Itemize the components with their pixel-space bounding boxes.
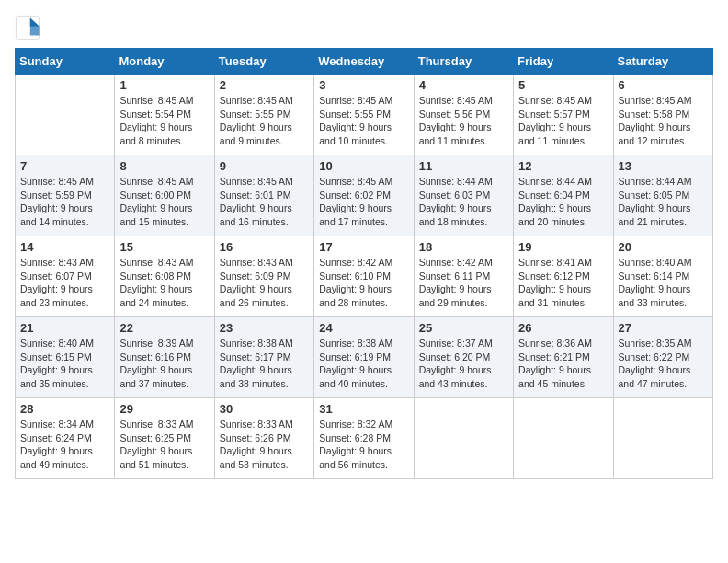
cell-line: and 14 minutes. xyxy=(20,215,109,229)
day-header-tuesday: Tuesday xyxy=(214,49,313,75)
calendar-cell: 25Sunrise: 8:37 AMSunset: 6:20 PMDayligh… xyxy=(414,317,513,398)
header-row: SundayMondayTuesdayWednesdayThursdayFrid… xyxy=(16,49,713,75)
calendar-cell: 16Sunrise: 8:43 AMSunset: 6:09 PMDayligh… xyxy=(214,236,313,317)
cell-line: Sunrise: 8:33 AM xyxy=(119,418,209,431)
cell-line: Daylight: 9 hours xyxy=(319,201,408,215)
cell-line: and 8 minutes. xyxy=(119,134,209,148)
day-number: 9 xyxy=(220,159,309,173)
calendar-cell: 24Sunrise: 8:38 AMSunset: 6:19 PMDayligh… xyxy=(314,317,414,398)
day-number: 16 xyxy=(220,240,309,254)
cell-line: Daylight: 9 hours xyxy=(419,282,508,296)
cell-line: Sunset: 6:24 PM xyxy=(20,431,109,445)
week-row-2: 14Sunrise: 8:43 AMSunset: 6:07 PMDayligh… xyxy=(16,236,713,317)
cell-line: and 17 minutes. xyxy=(319,215,408,229)
calendar-table: SundayMondayTuesdayWednesdayThursdayFrid… xyxy=(15,48,713,479)
cell-line: Sunrise: 8:45 AM xyxy=(619,94,708,108)
day-header-saturday: Saturday xyxy=(613,49,712,75)
cell-line: Daylight: 9 hours xyxy=(220,121,309,134)
cell-line: Daylight: 9 hours xyxy=(119,201,209,215)
cell-line: and 12 minutes. xyxy=(619,134,708,148)
cell-line: and 21 minutes. xyxy=(619,215,708,229)
calendar-cell: 2Sunrise: 8:45 AMSunset: 5:55 PMDaylight… xyxy=(214,75,313,155)
calendar-cell xyxy=(613,398,712,479)
cell-line: Daylight: 9 hours xyxy=(319,282,408,296)
cell-line: Sunrise: 8:39 AM xyxy=(119,337,209,350)
day-header-monday: Monday xyxy=(115,49,214,75)
cell-line: Sunrise: 8:33 AM xyxy=(220,418,309,431)
cell-line: and 40 minutes. xyxy=(319,377,408,391)
day-number: 22 xyxy=(119,321,209,335)
cell-line: Daylight: 9 hours xyxy=(419,121,508,134)
cell-line: Sunrise: 8:44 AM xyxy=(518,175,608,189)
day-header-thursday: Thursday xyxy=(414,49,513,75)
cell-line: Sunrise: 8:38 AM xyxy=(319,337,408,350)
cell-line: Sunrise: 8:44 AM xyxy=(419,175,508,189)
cell-line: Sunset: 6:11 PM xyxy=(419,270,508,283)
cell-line: Daylight: 9 hours xyxy=(619,201,708,215)
calendar-cell: 22Sunrise: 8:39 AMSunset: 6:16 PMDayligh… xyxy=(115,317,214,398)
cell-line: Sunrise: 8:45 AM xyxy=(119,94,209,108)
calendar-cell: 4Sunrise: 8:45 AMSunset: 5:56 PMDaylight… xyxy=(414,75,513,155)
cell-line: Sunset: 5:57 PM xyxy=(518,108,608,121)
calendar-cell: 18Sunrise: 8:42 AMSunset: 6:11 PMDayligh… xyxy=(414,236,513,317)
cell-line: and 23 minutes. xyxy=(20,296,109,310)
cell-line: Sunrise: 8:34 AM xyxy=(20,418,109,431)
cell-line: Sunrise: 8:36 AM xyxy=(518,337,608,350)
cell-line: Daylight: 9 hours xyxy=(319,444,408,458)
cell-line: and 11 minutes. xyxy=(518,134,608,148)
cell-line: Daylight: 9 hours xyxy=(20,201,109,215)
day-number: 20 xyxy=(619,240,708,254)
day-number: 27 xyxy=(619,321,708,335)
cell-line: Daylight: 9 hours xyxy=(619,363,708,377)
day-number: 6 xyxy=(619,78,708,92)
cell-line: and 28 minutes. xyxy=(319,296,408,310)
cell-line: Daylight: 9 hours xyxy=(20,363,109,377)
day-number: 28 xyxy=(20,402,109,416)
cell-line: Daylight: 9 hours xyxy=(119,282,209,296)
calendar-cell: 19Sunrise: 8:41 AMSunset: 6:12 PMDayligh… xyxy=(514,236,613,317)
cell-line: Sunset: 6:00 PM xyxy=(119,189,209,202)
cell-line: Sunset: 6:10 PM xyxy=(319,270,408,283)
cell-line: Sunset: 5:54 PM xyxy=(119,108,209,121)
cell-line: Sunset: 5:55 PM xyxy=(319,108,408,121)
cell-line: Daylight: 9 hours xyxy=(119,363,209,377)
cell-line: Sunset: 5:58 PM xyxy=(619,108,708,121)
cell-line: Sunrise: 8:45 AM xyxy=(119,175,209,189)
cell-line: Daylight: 9 hours xyxy=(518,121,608,134)
cell-line: Sunrise: 8:43 AM xyxy=(220,256,309,270)
cell-line: Sunset: 5:55 PM xyxy=(220,108,309,121)
calendar-cell: 17Sunrise: 8:42 AMSunset: 6:10 PMDayligh… xyxy=(314,236,414,317)
day-number: 15 xyxy=(119,240,209,254)
cell-line: and 38 minutes. xyxy=(220,377,309,391)
day-number: 10 xyxy=(319,159,408,173)
cell-line: Daylight: 9 hours xyxy=(20,282,109,296)
day-number: 25 xyxy=(419,321,508,335)
day-number: 3 xyxy=(319,78,408,92)
cell-line: and 9 minutes. xyxy=(220,134,309,148)
cell-line: Sunrise: 8:37 AM xyxy=(419,337,508,350)
cell-line: Sunrise: 8:42 AM xyxy=(419,256,508,270)
cell-line: Sunrise: 8:41 AM xyxy=(518,256,608,270)
cell-line: Sunset: 6:22 PM xyxy=(619,350,708,364)
cell-line: Daylight: 9 hours xyxy=(319,121,408,134)
cell-line: Daylight: 9 hours xyxy=(220,444,309,458)
calendar-cell: 28Sunrise: 8:34 AMSunset: 6:24 PMDayligh… xyxy=(16,398,115,479)
day-number: 14 xyxy=(20,240,109,254)
calendar-cell: 14Sunrise: 8:43 AMSunset: 6:07 PMDayligh… xyxy=(16,236,115,317)
cell-line: and 33 minutes. xyxy=(619,296,708,310)
cell-line: and 24 minutes. xyxy=(119,296,209,310)
logo xyxy=(15,15,44,40)
cell-line: Sunset: 6:07 PM xyxy=(20,270,109,283)
cell-line: Sunset: 6:17 PM xyxy=(220,350,309,364)
cell-line: Daylight: 9 hours xyxy=(518,282,608,296)
cell-line: and 29 minutes. xyxy=(419,296,508,310)
cell-line: Sunset: 6:15 PM xyxy=(20,350,109,364)
cell-line: Sunrise: 8:43 AM xyxy=(20,256,109,270)
cell-line: Sunset: 6:02 PM xyxy=(319,189,408,202)
cell-line: Sunrise: 8:45 AM xyxy=(319,175,408,189)
cell-line: Daylight: 9 hours xyxy=(419,363,508,377)
day-number: 17 xyxy=(319,240,408,254)
calendar-cell: 10Sunrise: 8:45 AMSunset: 6:02 PMDayligh… xyxy=(314,155,414,236)
calendar-cell: 30Sunrise: 8:33 AMSunset: 6:26 PMDayligh… xyxy=(214,398,313,479)
cell-line: Sunrise: 8:35 AM xyxy=(619,337,708,350)
